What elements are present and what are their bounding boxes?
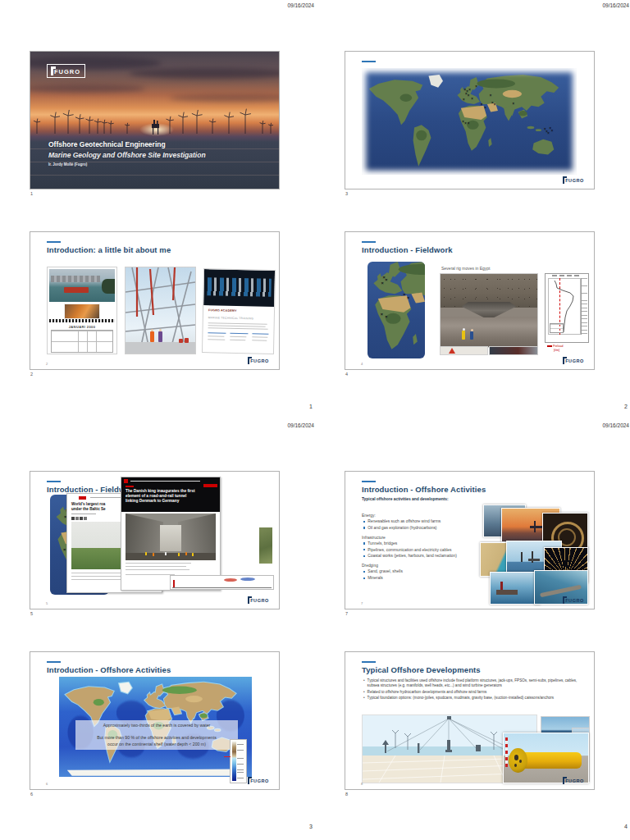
page-header-date: 09/16/2024	[602, 2, 629, 8]
social-icons	[71, 517, 87, 520]
red-data-cluster	[224, 578, 237, 582]
slide-number: 8	[361, 782, 363, 786]
map-svg: ×××××××	[368, 262, 425, 358]
brochure-subtitle: MARINE TECHNICAL TRAINING	[208, 316, 253, 320]
fugro-logo-text: FUGRO	[250, 358, 269, 363]
activities-list: Energy:Renewables such as offshore wind …	[362, 509, 475, 582]
text-line	[230, 333, 248, 334]
aerial-photo-sliver	[259, 527, 272, 564]
film-strip	[49, 319, 115, 322]
person-purple-shirt	[158, 331, 162, 342]
color-gradient-bar	[232, 742, 236, 781]
bullet-icon	[363, 521, 365, 523]
tunnel-end	[160, 525, 181, 551]
slide-number: 5	[46, 601, 48, 605]
svg-text:×: ×	[490, 94, 492, 98]
category-tag	[126, 486, 134, 487]
slide-2-about-me: Introduction: a little bit about me JANU…	[30, 231, 280, 370]
person-yellow-suit	[462, 331, 465, 340]
slide-3-world-map: ×××××××××××××××××××××× FUGRO	[345, 51, 595, 189]
svg-text:×: ×	[484, 105, 486, 109]
handout-page-2: 09/16/2024 2 ×××××××××××××××××××××× FUGR…	[315, 0, 630, 420]
red-ship	[64, 287, 89, 293]
worker-hivis	[145, 552, 147, 555]
yellow-monopile-photo	[503, 733, 589, 783]
slide-number: 7	[361, 601, 363, 605]
caption-line	[126, 566, 186, 567]
slide-number-label: 8	[345, 792, 348, 797]
sea-streak	[30, 148, 279, 149]
list-item: Oil and gas exploration (hydrocarbons)	[362, 526, 475, 531]
survey-strip-chart	[170, 575, 274, 590]
section-heading: Dredging	[362, 564, 475, 568]
bullet-icon	[363, 555, 365, 557]
article-headline: The Danish king inaugurates the first el…	[126, 489, 195, 504]
svg-text:×: ×	[464, 121, 467, 126]
page-footer-number: 2	[624, 404, 628, 409]
photo-fragment	[440, 346, 488, 355]
slide-number-label: 3	[345, 191, 348, 196]
bullet-icon	[363, 571, 365, 573]
city-skyline	[51, 276, 100, 282]
fugro-logo: FUGRO	[47, 64, 85, 78]
bullet-list: •Typical structures and facilities used …	[363, 677, 583, 702]
world-satellite-map: ××××××××××××××××××××××	[362, 68, 577, 175]
monitor-wall	[207, 277, 271, 297]
spudcan	[462, 302, 516, 318]
news-logo	[124, 479, 128, 483]
svg-text:×: ×	[468, 121, 470, 125]
chart-legend-box	[550, 323, 564, 333]
rig-visit-photo	[125, 267, 196, 354]
list-item: Tunnels, bridges	[362, 541, 475, 546]
slide-number-label: 1	[30, 191, 33, 196]
slide-title: Typical Offshore Developments	[362, 665, 481, 674]
svg-text:×: ×	[475, 84, 477, 89]
article-headline: World's largest roa under the Baltic Se	[71, 502, 106, 511]
chart-header-text	[552, 275, 580, 276]
presentation-title: Offshore Geotechnical Engineering	[48, 140, 166, 148]
page-header-date: 09/16/2024	[287, 422, 314, 428]
list-item: Pipelines, communication and electricity…	[362, 548, 475, 553]
red-dash-icon	[547, 345, 552, 346]
slide-number-label: 2	[30, 372, 33, 377]
bullet-item: •Typical structures and facilities used …	[363, 678, 583, 688]
wet-ground	[441, 317, 537, 347]
red-bar	[173, 580, 175, 587]
title-accent-line	[47, 661, 61, 663]
list-item: Minerals	[362, 576, 475, 581]
text-line	[252, 340, 267, 340]
fugro-logo: FUGRO	[563, 777, 584, 784]
slide-6-offshore-activities-map: Introduction - Offshore Activities Appro…	[30, 651, 280, 790]
red-barrel	[185, 338, 189, 343]
text-line	[230, 340, 245, 340]
title-accent-line	[47, 481, 61, 482]
fugro-logo-text: FUGRO	[565, 778, 584, 783]
fugro-logo-glyph	[563, 777, 564, 784]
calendar-grid	[51, 330, 113, 353]
bullet-icon	[363, 549, 365, 550]
fugro-logo-glyph	[563, 596, 564, 604]
brochure-title: FUGRO ACADEMY	[208, 309, 237, 313]
red-cone	[449, 348, 455, 354]
fugro-logo-text: FUGRO	[565, 358, 584, 363]
svg-text:×: ×	[468, 88, 471, 92]
slide-number: 2	[46, 362, 48, 366]
drill-barge-photo	[490, 572, 541, 605]
text-line	[208, 327, 268, 330]
slide-title: Introduction - Offshore Activities	[362, 485, 486, 494]
worker-hivis	[178, 553, 180, 556]
slide-number-label: 7	[345, 611, 348, 616]
list-item: Renewables such as offshore wind farms	[362, 519, 475, 524]
section-heading: Infrastructure	[362, 536, 475, 540]
fugro-logo-glyph	[563, 176, 564, 184]
text-line	[208, 322, 267, 325]
handout-sheet: 09/16/2024 1	[0, 0, 630, 840]
worker-hivis	[153, 553, 154, 556]
list-item: Coastal works (jetties, harbours, land r…	[362, 554, 475, 559]
crane	[505, 737, 508, 767]
fugro-logo-text: FUGRO	[250, 778, 269, 783]
fugro-logo-glyph	[248, 596, 249, 604]
control-room-photo	[203, 269, 275, 307]
slide-number-label: 4	[345, 372, 348, 377]
section-heading: Energy:	[362, 514, 475, 518]
